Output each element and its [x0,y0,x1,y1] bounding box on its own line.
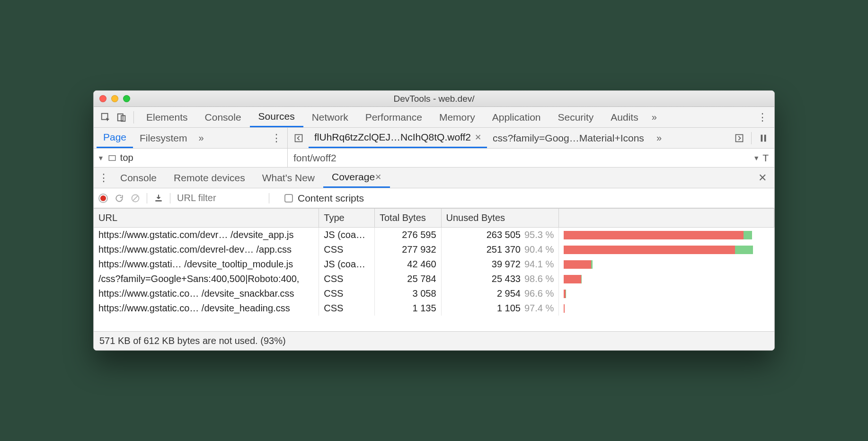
drawer-menu-icon[interactable]: ⋮ [96,172,112,184]
content-preview: font/woff2 ▼ T [288,149,774,167]
collapse-icon[interactable]: ▼ [753,154,760,162]
navigator-menu-icon[interactable]: ⋮ [268,132,284,144]
cell-unused: 2 95496.6 % [441,286,559,301]
close-file-icon[interactable]: ✕ [475,132,481,142]
record-button[interactable] [98,194,108,203]
main-tab-elements[interactable]: Elements [138,107,196,127]
cell-usage-bar [559,257,774,272]
more-tabs-icon[interactable]: » [647,112,662,123]
coverage-toolbar: Content scripts [94,188,774,208]
table-row[interactable]: https://www.gstati… /devsite_tooltip_mod… [94,257,774,272]
separator [269,193,269,203]
reload-icon[interactable] [115,194,124,203]
col-header[interactable]: Unused Bytes [441,209,559,228]
cell-unused: 39 97294.1 % [441,257,559,272]
coverage-table-wrap: URLTypeTotal BytesUnused Bytes https://w… [94,208,774,331]
drawer-tab-label: Console [120,172,157,184]
content-scripts-checkbox[interactable] [284,194,293,203]
drawer-tab-strip: ⋮ ConsoleRemote devicesWhat's NewCoverag… [94,168,774,188]
main-tab-security[interactable]: Security [549,107,602,127]
file-tab-label: css?family=Goog…Material+Icons [493,132,644,144]
separator [133,111,134,123]
cell-url: /css?family=Google+Sans:400,500|Roboto:4… [94,272,319,286]
clear-icon[interactable] [131,194,140,203]
expand-icon[interactable]: ▼ [97,154,104,162]
drawer-tab-coverage[interactable]: Coverage ✕ [323,168,390,188]
next-file-icon[interactable] [731,130,747,146]
svg-rect-4 [736,134,743,141]
main-tab-console[interactable]: Console [196,107,250,127]
close-drawer-tab-icon[interactable]: ✕ [375,172,381,182]
page-tree[interactable]: ▼ top [94,149,288,167]
right-panel-label: T [762,152,769,164]
coverage-table: URLTypeTotal BytesUnused Bytes https://w… [94,208,774,316]
cell-total: 25 784 [374,272,441,286]
drawer-tab-label: Remote devices [174,172,245,184]
file-tab[interactable]: css?family=Goog…Material+Icons [487,128,650,148]
devtools-window: DevTools - web.dev/ ElementsConsoleSourc… [93,90,775,351]
status-text: 571 KB of 612 KB bytes are not used. (93… [99,335,286,346]
svg-rect-5 [761,134,763,141]
svg-rect-10 [155,200,161,202]
url-filter-input[interactable] [177,193,262,203]
main-tab-network[interactable]: Network [303,107,357,127]
content-mime: font/woff2 [293,152,337,164]
cell-type: JS (coa… [319,228,375,243]
main-tab-strip: ElementsConsoleSourcesNetworkPerformance… [94,107,774,128]
cell-url: https://www.gstatic.com/devrel-dev… /app… [94,242,319,257]
cell-type: CSS [319,286,375,301]
cell-unused: 25 43398.6 % [441,272,559,286]
cell-total: 42 460 [374,257,441,272]
main-tab-application[interactable]: Application [484,107,549,127]
table-row[interactable]: https://www.gstatic.co… /devsite_heading… [94,301,774,316]
svg-line-9 [133,196,138,201]
drawer-tab-what-s-new[interactable]: What's New [254,168,323,188]
svg-rect-7 [109,155,115,160]
prev-file-icon[interactable] [291,130,307,146]
drawer-tab-console[interactable]: Console [112,168,165,188]
cell-unused: 251 37090.4 % [441,242,559,257]
main-tab-performance[interactable]: Performance [357,107,431,127]
cell-total: 277 932 [374,242,441,257]
table-row[interactable]: https://www.gstatic.com/devrel-dev… /app… [94,242,774,257]
more-file-tabs-icon[interactable]: » [652,132,666,143]
table-row[interactable]: https://www.gstatic.com/devr… /devsite_a… [94,228,774,243]
cell-url: https://www.gstatic.co… /devsite_heading… [94,301,319,316]
cell-total: 276 595 [374,228,441,243]
main-tab-audits[interactable]: Audits [602,107,647,127]
close-drawer-icon[interactable]: ✕ [753,172,772,184]
svg-rect-3 [295,134,302,141]
tree-content-row: ▼ top font/woff2 ▼ T [94,149,774,168]
navigator-pane: PageFilesystem » ⋮ [94,128,288,148]
file-tab[interactable]: flUhRq6tzZclQEJ…NcIhQ8tQ.woff2✕ [309,128,487,148]
drawer-tab-remote-devices[interactable]: Remote devices [165,168,254,188]
export-icon[interactable] [154,194,163,203]
device-toolbar-icon[interactable] [114,109,130,125]
window-title: DevTools - web.dev/ [94,94,774,104]
cell-unused: 1 10597.4 % [441,301,559,316]
col-header[interactable] [559,209,774,228]
titlebar: DevTools - web.dev/ [94,91,774,107]
col-header[interactable]: URL [94,209,319,228]
main-tab-sources[interactable]: Sources [250,107,303,127]
frame-icon [108,154,116,162]
more-nav-tabs-icon[interactable]: » [194,132,208,143]
editor-tab-strip: flUhRq6tzZclQEJ…NcIhQ8tQ.woff2✕css?famil… [288,128,774,148]
col-header[interactable]: Total Bytes [374,209,441,228]
pause-script-icon[interactable] [755,130,771,146]
separator [147,193,147,203]
settings-menu-icon[interactable]: ⋮ [754,111,771,123]
cell-type: JS (coa… [319,257,375,272]
cell-url: https://www.gstatic.com/devr… /devsite_a… [94,228,319,243]
cell-type: CSS [319,301,375,316]
nav-tab-filesystem[interactable]: Filesystem [133,128,194,148]
cell-usage-bar [559,286,774,301]
inspect-element-icon[interactable] [97,109,114,125]
table-row[interactable]: /css?family=Google+Sans:400,500|Roboto:4… [94,272,774,286]
tree-root-label: top [120,152,133,163]
table-row[interactable]: https://www.gstatic.co… /devsite_snackba… [94,286,774,301]
col-header[interactable]: Type [319,209,375,228]
main-tab-memory[interactable]: Memory [431,107,484,127]
cell-usage-bar [559,242,774,257]
nav-tab-page[interactable]: Page [97,128,133,148]
